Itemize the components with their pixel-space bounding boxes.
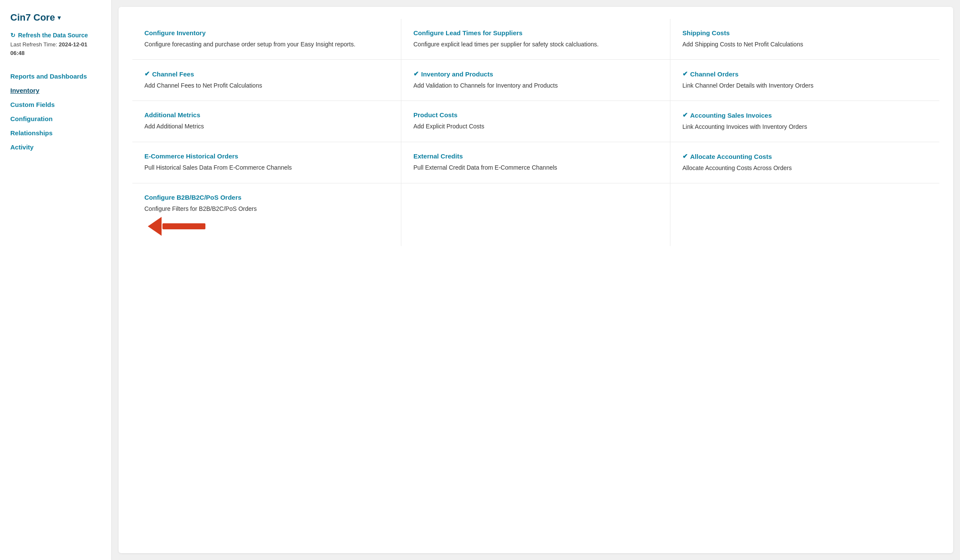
main-content: Configure InventoryConfigure forecasting…	[119, 7, 953, 553]
grid-item-desc-configure-lead-times: Configure explicit lead times per suppli…	[413, 40, 658, 49]
grid-item-ecommerce-historical[interactable]: E-Commerce Historical OrdersPull Histori…	[132, 142, 401, 183]
grid-item-additional-metrics[interactable]: Additional MetricsAdd Additional Metrics	[132, 101, 401, 142]
grid-item-desc-allocate-accounting-costs: Allocate Accounting Costs Across Orders	[682, 164, 927, 173]
sidebar-item-relationships[interactable]: Relationships	[10, 126, 101, 140]
sidebar-item-reports[interactable]: Reports and Dashboards	[10, 69, 101, 83]
red-arrow	[148, 217, 389, 236]
grid-item-desc-channel-orders: Link Channel Order Details with Inventor…	[682, 81, 927, 90]
grid-item-title-text: Configure Inventory	[144, 29, 206, 37]
grid-item-title-allocate-accounting-costs: ✔Allocate Accounting Costs	[682, 152, 927, 160]
check-icon: ✔	[144, 70, 150, 78]
grid-item-shipping-costs[interactable]: Shipping CostsAdd Shipping Costs to Net …	[670, 19, 939, 60]
grid-item-title-text: E-Commerce Historical Orders	[144, 152, 238, 160]
grid-item-title-shipping-costs: Shipping Costs	[682, 29, 927, 37]
grid-item-desc-product-costs: Add Explicit Product Costs	[413, 122, 658, 131]
grid-item-inventory-products[interactable]: ✔Inventory and ProductsAdd Validation to…	[401, 60, 670, 101]
sidebar-item-custom-fields[interactable]: Custom Fields	[10, 97, 101, 112]
grid-item-title-text: Configure B2B/B2C/PoS Orders	[144, 194, 242, 201]
grid-item-title-inventory-products: ✔Inventory and Products	[413, 70, 658, 78]
app-title[interactable]: Cin7 Core ▾	[10, 12, 101, 23]
chevron-down-icon: ▾	[58, 14, 61, 21]
last-refresh-label: Last Refresh Time:	[10, 41, 57, 48]
grid-item-title-text: Configure Lead Times for Suppliers	[413, 29, 523, 37]
grid-item-allocate-accounting-costs[interactable]: ✔Allocate Accounting CostsAllocate Accou…	[670, 142, 939, 183]
check-icon: ✔	[682, 152, 688, 160]
grid-item-configure-lead-times[interactable]: Configure Lead Times for SuppliersConfig…	[401, 19, 670, 60]
grid-item-desc-channel-fees: Add Channel Fees to Net Profit Calculati…	[144, 81, 389, 90]
grid-item-title-configure-lead-times: Configure Lead Times for Suppliers	[413, 29, 658, 37]
grid-item-title-additional-metrics: Additional Metrics	[144, 111, 389, 119]
app-title-text: Cin7 Core	[10, 12, 55, 23]
grid-item-title-channel-fees: ✔Channel Fees	[144, 70, 389, 78]
grid-item-desc-inventory-products: Add Validation to Channels for Inventory…	[413, 81, 658, 90]
grid-item-title-configure-inventory: Configure Inventory	[144, 29, 389, 37]
grid-item-title-text: Accounting Sales Invoices	[690, 112, 772, 119]
grid-item-empty	[401, 183, 670, 246]
grid-item-title-text: Additional Metrics	[144, 111, 200, 119]
check-icon: ✔	[682, 70, 688, 78]
check-icon: ✔	[413, 70, 419, 78]
grid-item-empty	[670, 183, 939, 246]
refresh-label: Refresh the Data Source	[18, 32, 88, 39]
arrow-shaft-icon	[162, 223, 205, 229]
grid-item-desc-ecommerce-historical: Pull Historical Sales Data From E-Commer…	[144, 163, 389, 172]
grid-item-title-text: Allocate Accounting Costs	[690, 153, 772, 160]
sidebar-item-inventory[interactable]: Inventory	[10, 83, 101, 97]
grid-item-channel-orders[interactable]: ✔Channel OrdersLink Channel Order Detail…	[670, 60, 939, 101]
grid-item-title-external-credits: External Credits	[413, 152, 658, 160]
grid-item-desc-shipping-costs: Add Shipping Costs to Net Profit Calcula…	[682, 40, 927, 49]
grid-item-desc-additional-metrics: Add Additional Metrics	[144, 122, 389, 131]
grid-item-desc-external-credits: Pull External Credit Data from E-Commerc…	[413, 163, 658, 172]
sidebar-item-configuration[interactable]: Configuration	[10, 112, 101, 126]
grid-item-title-text: Inventory and Products	[421, 70, 493, 78]
grid-item-product-costs[interactable]: Product CostsAdd Explicit Product Costs	[401, 101, 670, 142]
grid-item-desc-configure-b2b: Configure Filters for B2B/B2C/PoS Orders	[144, 204, 389, 213]
grid-item-title-channel-orders: ✔Channel Orders	[682, 70, 927, 78]
grid-item-accounting-sales-invoices[interactable]: ✔Accounting Sales InvoicesLink Accountin…	[670, 101, 939, 142]
grid-item-external-credits[interactable]: External CreditsPull External Credit Dat…	[401, 142, 670, 183]
grid-item-title-text: Channel Fees	[152, 70, 194, 78]
grid-item-title-ecommerce-historical: E-Commerce Historical Orders	[144, 152, 389, 160]
nav-menu: Reports and DashboardsInventoryCustom Fi…	[10, 69, 101, 154]
grid-item-desc-accounting-sales-invoices: Link Accounting Invoices with Inventory …	[682, 122, 927, 131]
sidebar-item-activity[interactable]: Activity	[10, 140, 101, 154]
grid-item-title-text: Shipping Costs	[682, 29, 730, 37]
grid-item-desc-configure-inventory: Configure forecasting and purchase order…	[144, 40, 389, 49]
grid-item-title-text: External Credits	[413, 152, 463, 160]
check-icon: ✔	[682, 111, 688, 119]
grid-item-title-configure-b2b: Configure B2B/B2C/PoS Orders	[144, 194, 389, 201]
refresh-icon: ↻	[10, 32, 15, 39]
grid-item-configure-b2b[interactable]: Configure B2B/B2C/PoS OrdersConfigure Fi…	[132, 183, 401, 246]
last-refresh-info: Last Refresh Time: 2024-12-01 06:48	[10, 40, 101, 57]
sidebar: Cin7 Core ▾ ↻ Refresh the Data Source La…	[0, 0, 112, 560]
arrow-head-icon	[148, 217, 162, 236]
grid-item-configure-inventory[interactable]: Configure InventoryConfigure forecasting…	[132, 19, 401, 60]
grid-item-title-product-costs: Product Costs	[413, 111, 658, 119]
refresh-link[interactable]: ↻ Refresh the Data Source	[10, 32, 101, 39]
grid-item-title-text: Channel Orders	[690, 70, 739, 78]
grid-item-title-accounting-sales-invoices: ✔Accounting Sales Invoices	[682, 111, 927, 119]
grid-item-channel-fees[interactable]: ✔Channel FeesAdd Channel Fees to Net Pro…	[132, 60, 401, 101]
configuration-grid: Configure InventoryConfigure forecasting…	[132, 19, 939, 246]
grid-item-title-text: Product Costs	[413, 111, 458, 119]
